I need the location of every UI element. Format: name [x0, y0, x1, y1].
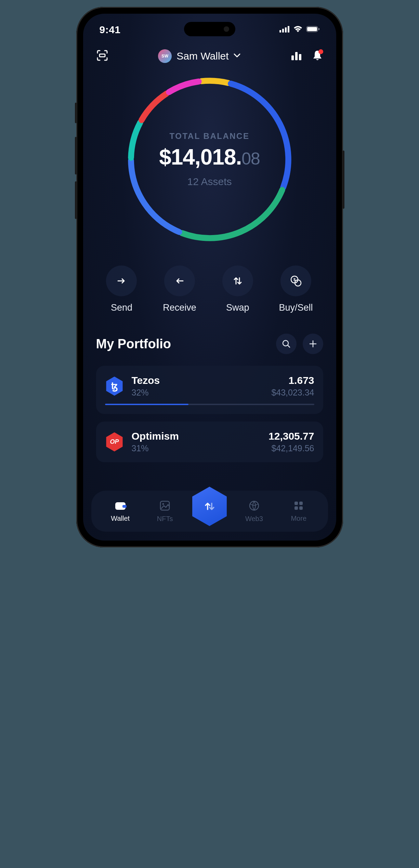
side-button [75, 181, 77, 219]
tab-more[interactable]: More [281, 500, 316, 522]
balance-display: TOTAL BALANCE $14,018.08 12 Assets [124, 74, 295, 245]
balance-section: TOTAL BALANCE $14,018.08 12 Assets [83, 67, 336, 252]
swap-label: Swap [226, 302, 249, 313]
send-label: Send [111, 302, 132, 313]
balance-int: 14,018. [171, 145, 242, 169]
side-button [342, 151, 344, 209]
svg-rect-6 [318, 28, 319, 30]
tab-web3[interactable]: Web3 [237, 500, 271, 523]
svg-rect-3 [288, 26, 289, 33]
balance-ring: TOTAL BALANCE $14,018.08 12 Assets [124, 74, 295, 245]
receive-icon [164, 265, 195, 296]
add-button[interactable] [303, 334, 323, 354]
asset-usd: $43,023.34 [271, 388, 314, 398]
swap-center-icon [189, 486, 230, 527]
tab-wallet[interactable]: Wallet [103, 500, 138, 522]
action-row: Send Receive Swap $ Buy/Sell [83, 252, 336, 316]
asset-progress [105, 404, 314, 405]
receive-button[interactable]: Receive [163, 265, 196, 313]
asset-percent: 32% [132, 388, 272, 398]
swap-icon [222, 265, 253, 296]
globe-icon [248, 500, 260, 513]
app-header: SW Sam Wallet [83, 39, 336, 67]
screen: 9:41 SW Sam Walle [83, 14, 336, 541]
buysell-icon: $ [280, 265, 311, 296]
svg-rect-22 [294, 506, 298, 510]
portfolio-title: My Portfolio [96, 337, 171, 351]
buysell-label: Buy/Sell [279, 302, 313, 313]
currency-symbol: $ [159, 145, 171, 169]
svg-rect-1 [282, 29, 284, 33]
avatar: SW [158, 49, 172, 63]
tab-web3-label: Web3 [245, 515, 263, 523]
svg-rect-2 [285, 27, 287, 33]
svg-rect-0 [279, 30, 281, 33]
balance-amount: $14,018.08 [159, 144, 260, 170]
wifi-icon [293, 26, 303, 34]
asset-amount: 1.673 [271, 375, 314, 386]
scan-icon[interactable] [96, 49, 108, 63]
tab-more-label: More [291, 515, 306, 522]
grid-icon [293, 500, 304, 513]
send-button[interactable]: Send [106, 265, 137, 313]
chevron-down-icon [234, 53, 240, 59]
total-balance-label: TOTAL BALANCE [170, 131, 250, 141]
asset-list: ꜩ Tezos 32% 1.673 $43,023.34 OP Optimism [96, 366, 323, 462]
asset-card[interactable]: OP Optimism 31% 12,305.77 $42,149.56 [96, 422, 323, 462]
battery-icon [306, 26, 320, 34]
asset-usd: $42,149.56 [269, 443, 314, 453]
image-icon [159, 500, 171, 513]
wallet-name: Sam Wallet [176, 50, 228, 62]
asset-name: Optimism [132, 430, 269, 442]
wallet-selector[interactable]: SW Sam Wallet [158, 49, 240, 63]
asset-name: Tezos [132, 375, 272, 386]
asset-icon: OP [105, 432, 124, 452]
asset-icon: ꜩ [105, 377, 124, 396]
wallet-icon [114, 500, 127, 513]
search-button[interactable] [276, 334, 297, 354]
svg-rect-5 [307, 27, 317, 31]
tab-nfts-label: NFTs [157, 515, 173, 523]
portfolio-section: My Portfolio ꜩ Tezos 32% [83, 316, 336, 466]
asset-amount: 12,305.77 [269, 430, 314, 442]
dynamic-island [184, 22, 235, 36]
svg-rect-20 [294, 502, 298, 505]
svg-rect-8 [291, 55, 294, 60]
status-time: 9:41 [100, 24, 121, 36]
signal-icon [279, 26, 290, 34]
svg-rect-16 [122, 505, 127, 508]
asset-count: 12 Assets [187, 176, 232, 187]
tab-bar: Wallet NFTs Web3 More [91, 491, 328, 532]
status-indicators [279, 26, 320, 34]
send-icon [106, 265, 137, 296]
phone-frame: 9:41 SW Sam Walle [76, 7, 343, 547]
svg-rect-10 [299, 54, 301, 60]
svg-rect-7 [100, 54, 105, 57]
notifications-button[interactable] [312, 50, 323, 63]
avatar-initials: SW [161, 54, 168, 59]
receive-label: Receive [163, 302, 196, 313]
asset-percent: 31% [132, 443, 269, 453]
balance-cents: 08 [241, 149, 260, 168]
svg-point-18 [162, 503, 164, 505]
svg-rect-23 [299, 506, 303, 510]
svg-rect-21 [299, 502, 303, 505]
svg-rect-9 [295, 52, 298, 60]
swap-button[interactable]: Swap [222, 265, 253, 313]
tab-nfts[interactable]: NFTs [148, 500, 182, 523]
svg-rect-17 [160, 501, 169, 510]
asset-card[interactable]: ꜩ Tezos 32% 1.673 $43,023.34 [96, 366, 323, 414]
tab-center-action[interactable] [189, 486, 230, 527]
buysell-button[interactable]: $ Buy/Sell [279, 265, 313, 313]
side-button [75, 103, 77, 123]
side-button [75, 137, 77, 174]
stats-icon[interactable] [290, 49, 302, 63]
tab-wallet-label: Wallet [111, 515, 130, 522]
